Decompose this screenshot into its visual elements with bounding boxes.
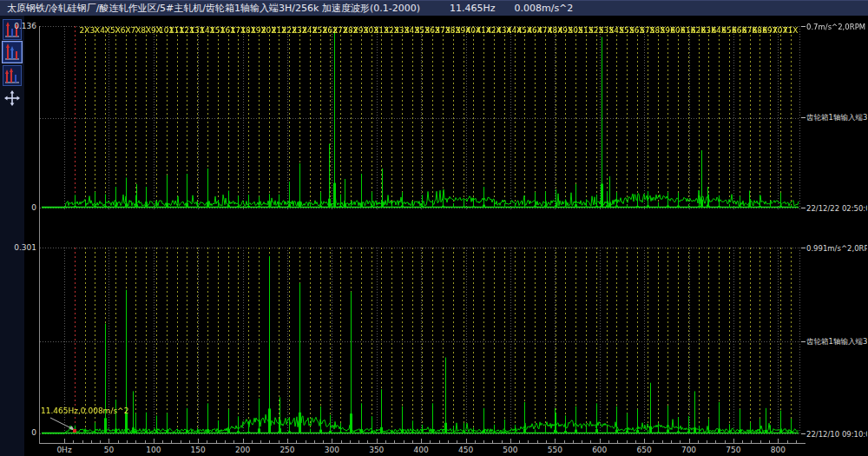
x-minor-tick bbox=[698, 440, 699, 443]
x-minor-tick bbox=[296, 440, 297, 443]
spectrum-icon bbox=[3, 66, 21, 85]
x-major-tick bbox=[555, 439, 556, 443]
x-minor-tick bbox=[537, 440, 538, 443]
x-axis-label-600: 600 bbox=[592, 446, 607, 454]
top-channel-label: 齿轮箱1轴输入端3H bbox=[806, 113, 867, 123]
x-minor-tick bbox=[341, 440, 342, 443]
x-minor-tick bbox=[627, 440, 628, 443]
x-major-tick bbox=[287, 439, 288, 443]
pan-move-button[interactable] bbox=[4, 90, 20, 106]
x-minor-tick bbox=[394, 440, 395, 443]
title-bar: 太原钢铁/冷轧硅钢厂/酸连轧作业区/5#主轧机/齿轮箱1轴输入端3H/256k … bbox=[0, 0, 868, 16]
x-minor-tick bbox=[269, 440, 270, 443]
x-minor-tick bbox=[412, 440, 413, 443]
spectrum-plot-top[interactable] bbox=[40, 26, 800, 209]
x-minor-tick bbox=[573, 440, 574, 443]
x-major-tick bbox=[64, 439, 65, 443]
x-axis-label-800: 800 bbox=[771, 446, 786, 454]
x-axis-label-0: 0Hz bbox=[56, 446, 71, 454]
x-minor-tick bbox=[519, 440, 520, 443]
x-major-tick bbox=[466, 439, 467, 443]
x-minor-tick bbox=[671, 440, 672, 443]
x-minor-tick bbox=[662, 440, 663, 443]
right-tick bbox=[801, 208, 806, 208]
x-minor-tick bbox=[715, 440, 716, 443]
top-date-label: 22/12/22 02:50:00 bbox=[806, 204, 867, 213]
x-major-tick bbox=[733, 439, 734, 443]
x-minor-tick bbox=[314, 440, 315, 443]
x-axis-label-100: 100 bbox=[146, 446, 161, 454]
x-minor-tick bbox=[404, 440, 404, 443]
spectrum-view-button-3[interactable] bbox=[3, 65, 22, 86]
x-axis-label-550: 550 bbox=[548, 446, 562, 454]
x-minor-tick bbox=[91, 440, 92, 443]
x-minor-tick bbox=[635, 440, 636, 443]
x-minor-tick bbox=[216, 440, 217, 443]
tool-sidebar bbox=[0, 16, 24, 456]
x-minor-tick bbox=[207, 440, 207, 443]
x-minor-tick bbox=[145, 440, 146, 443]
x-minor-tick bbox=[448, 440, 449, 443]
x-minor-tick bbox=[279, 440, 279, 443]
bottom-zero-label: 0 bbox=[0, 428, 36, 437]
x-minor-tick bbox=[73, 440, 74, 443]
x-minor-tick bbox=[323, 440, 324, 443]
x-minor-tick bbox=[751, 440, 752, 443]
x-minor-tick bbox=[225, 440, 226, 443]
x-major-tick bbox=[154, 439, 155, 443]
spectrum-plot-bottom[interactable] bbox=[40, 248, 800, 435]
x-axis-label-500: 500 bbox=[503, 446, 517, 454]
x-minor-tick bbox=[350, 440, 351, 443]
x-minor-tick bbox=[707, 440, 707, 443]
x-minor-tick bbox=[502, 440, 503, 443]
x-major-tick bbox=[108, 439, 109, 443]
bottom-overall-label: 0.991m/s^2,0RPM bbox=[806, 244, 867, 253]
x-minor-tick bbox=[590, 440, 591, 443]
bottom-scale-label: 0.301 bbox=[0, 243, 36, 252]
x-minor-tick bbox=[582, 440, 582, 443]
x-axis-label-650: 650 bbox=[637, 446, 652, 454]
right-tick bbox=[801, 433, 806, 434]
top-zero-label: 0 bbox=[0, 203, 36, 212]
x-axis-label-400: 400 bbox=[414, 446, 429, 454]
x-minor-tick bbox=[653, 440, 654, 443]
x-axis-label-250: 250 bbox=[279, 446, 294, 454]
x-minor-tick bbox=[564, 440, 565, 443]
x-minor-tick bbox=[439, 440, 440, 443]
x-minor-tick bbox=[306, 440, 306, 443]
right-tick bbox=[801, 26, 806, 27]
x-minor-tick bbox=[475, 440, 476, 443]
x-axis-label-750: 750 bbox=[726, 446, 740, 454]
x-major-tick bbox=[689, 439, 690, 443]
x-minor-tick bbox=[492, 440, 493, 443]
move-icon bbox=[4, 90, 20, 106]
x-minor-tick bbox=[358, 440, 359, 443]
spectrum-icon bbox=[3, 43, 21, 62]
bottom-date-label: 22/12/10 09:10:00 bbox=[806, 430, 867, 439]
x-minor-tick bbox=[742, 440, 743, 443]
spectrum-view-button-2[interactable] bbox=[3, 42, 22, 63]
vibration-analysis-app: 太原钢铁/冷轧硅钢厂/酸连轧作业区/5#主轧机/齿轮箱1轴输入端3H/256k … bbox=[0, 0, 868, 456]
bottom-channel-label: 齿轮箱1轴输入端3H bbox=[806, 337, 867, 347]
x-minor-tick bbox=[725, 440, 726, 443]
x-minor-tick bbox=[233, 440, 234, 443]
x-minor-tick bbox=[135, 440, 136, 443]
x-minor-tick bbox=[430, 440, 431, 443]
x-major-tick bbox=[332, 439, 332, 443]
x-minor-tick bbox=[787, 440, 788, 443]
x-major-tick bbox=[644, 439, 645, 443]
x-axis-label-50: 50 bbox=[104, 446, 114, 454]
x-axis-label-200: 200 bbox=[235, 446, 250, 454]
x-major-tick bbox=[377, 439, 378, 443]
x-minor-tick bbox=[457, 440, 457, 443]
top-overall-label: 0.7m/s^2,0RPM bbox=[806, 23, 865, 31]
x-minor-tick bbox=[528, 440, 529, 443]
x-major-tick bbox=[198, 439, 199, 443]
measurement-path: 太原钢铁/冷轧硅钢厂/酸连轧作业区/5#主轧机/齿轮箱1轴输入端3H/256k … bbox=[7, 2, 420, 15]
right-tick bbox=[801, 248, 806, 248]
x-minor-tick bbox=[483, 440, 484, 443]
x-minor-tick bbox=[546, 440, 547, 443]
annotation-arrow bbox=[40, 400, 92, 439]
x-axis-label-450: 450 bbox=[458, 446, 473, 454]
cursor-amplitude-readout: 0.008m/s^2 bbox=[514, 3, 573, 14]
